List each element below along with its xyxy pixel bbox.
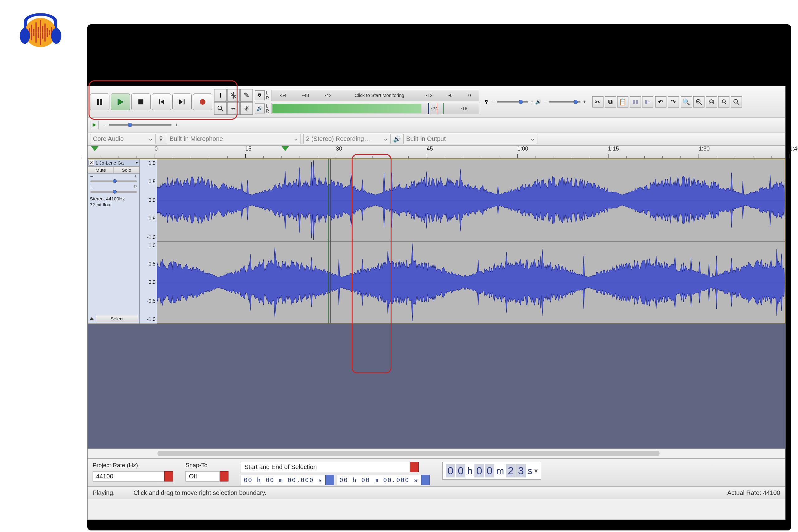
speed-slider[interactable] xyxy=(109,125,171,126)
timeline-ruler[interactable]: 01530451:001:151:301:45 xyxy=(88,146,785,159)
svg-marker-13 xyxy=(232,97,234,99)
meter-lr-label: LR xyxy=(266,103,270,113)
playhead-line xyxy=(328,159,328,323)
selection-mode-select[interactable]: Start and End of Selection xyxy=(241,462,410,472)
zoom-tools: 🔍 xyxy=(681,96,742,108)
track-close-button[interactable]: ✕ xyxy=(89,160,94,166)
audio-host-select[interactable]: Core Audio xyxy=(90,134,155,144)
snap-to-spinner[interactable] xyxy=(220,471,228,481)
audio-position-display[interactable]: 00h 00m 23s ▾ xyxy=(442,462,541,480)
project-rate-label: Project Rate (Hz) xyxy=(93,462,173,469)
track-name[interactable]: 1 Jo-Lene Ga xyxy=(95,160,134,166)
redo-icon[interactable]: ↷ xyxy=(668,96,679,108)
svg-rect-24 xyxy=(709,100,709,104)
speaker-icon[interactable]: 🔊 xyxy=(255,103,265,113)
stop-button[interactable] xyxy=(131,94,151,110)
selection-tool-icon[interactable]: I xyxy=(214,89,227,101)
track-format-info: Stereo, 44100Hz 32-bit float xyxy=(88,195,139,209)
speaker-icon: 🔊 xyxy=(393,135,401,143)
pause-button[interactable] xyxy=(90,94,109,110)
meter-lr-label: LR xyxy=(266,90,270,100)
input-device-select[interactable]: Built-in Microphone xyxy=(167,134,301,144)
svg-point-1 xyxy=(20,28,30,44)
play-at-speed-bar: – + xyxy=(88,117,785,132)
copy-icon[interactable]: ⧉ xyxy=(605,96,616,108)
playback-meter[interactable]: -54-48-42-36-30-24-18 xyxy=(271,103,479,114)
svg-rect-3 xyxy=(97,99,99,105)
selection-end-input[interactable]: 00 h 00 m 00.000 s xyxy=(337,475,421,485)
svg-rect-16 xyxy=(633,100,635,104)
edit-tools: ✂ ⧉ 📋 xyxy=(592,96,653,108)
snap-to-select[interactable]: Off xyxy=(186,471,220,481)
solo-button[interactable]: Solo xyxy=(114,167,140,174)
channels-select[interactable]: 2 (Stereo) Recording… xyxy=(303,134,391,144)
mic-icon[interactable]: 🎙 xyxy=(255,90,265,100)
trim-icon[interactable] xyxy=(630,96,641,108)
device-bar: Core Audio 🎙 Built-in Microphone 2 (Ster… xyxy=(88,132,785,146)
status-state: Playing. xyxy=(93,489,115,496)
multi-tool-icon[interactable]: ✳ xyxy=(240,102,253,115)
zoom-in-icon[interactable]: 🔍 xyxy=(681,96,692,108)
selection-mode-spinner[interactable] xyxy=(410,462,419,472)
track-select-button[interactable]: Select xyxy=(96,315,138,322)
selection-end-spinner[interactable] xyxy=(421,475,430,485)
svg-line-27 xyxy=(725,102,726,104)
svg-point-28 xyxy=(734,99,738,103)
playhead-marker-icon[interactable] xyxy=(282,146,289,151)
track-control-panel: ✕ 1 Jo-Lene Ga ▼ Mute Solo –+ LR Stereo,… xyxy=(88,159,140,323)
record-volume-slider[interactable]: 🎙–+ xyxy=(484,99,533,105)
draw-tool-icon[interactable]: ✎ xyxy=(240,89,253,101)
cut-icon[interactable]: ✂ xyxy=(592,96,604,108)
play-at-speed-button[interactable] xyxy=(90,120,99,129)
play-button[interactable] xyxy=(111,94,130,110)
skip-end-button[interactable] xyxy=(172,94,192,110)
selection-start-input[interactable]: 00 h 00 m 00.000 s xyxy=(241,475,325,485)
svg-rect-25 xyxy=(713,100,714,104)
svg-marker-5 xyxy=(118,99,124,105)
project-rate-spinner[interactable] xyxy=(164,471,173,481)
timeshift-tool-icon[interactable]: ↔ xyxy=(227,102,240,115)
svg-line-22 xyxy=(700,103,702,105)
meters: 🎙 LR -54-48-42 Click to Start Monitoring… xyxy=(255,89,479,115)
svg-rect-17 xyxy=(636,100,638,104)
tools-grid: I ✎ ↔ ✳ xyxy=(214,89,253,115)
record-button[interactable] xyxy=(193,94,212,110)
record-meter[interactable]: -54-48-42 Click to Start Monitoring -12-… xyxy=(271,90,479,101)
collapse-icon[interactable] xyxy=(89,317,94,320)
skip-start-button[interactable] xyxy=(152,94,171,110)
zoom-out-icon[interactable] xyxy=(693,96,704,108)
svg-point-2 xyxy=(51,28,61,44)
zoom-toggle-icon[interactable] xyxy=(731,96,742,108)
pan-slider[interactable] xyxy=(90,191,137,193)
snap-to-label: Snap-To xyxy=(186,462,228,469)
output-device-select[interactable]: Built-in Output xyxy=(403,134,537,144)
start-monitoring-text[interactable]: Click to Start Monitoring xyxy=(355,93,404,98)
mic-icon: 🎙 xyxy=(158,135,164,142)
fit-selection-icon[interactable] xyxy=(706,96,717,108)
waveform-display[interactable] xyxy=(157,159,785,323)
mute-button[interactable]: Mute xyxy=(88,167,114,174)
svg-rect-4 xyxy=(100,99,102,105)
app-window: I ✎ ↔ ✳ 🎙 LR -54-48-42 Click to Start Mo… xyxy=(87,86,785,520)
svg-point-11 xyxy=(200,99,205,105)
status-bar: Playing. Click and drag to move right se… xyxy=(88,487,785,499)
silence-icon[interactable] xyxy=(642,96,653,108)
svg-line-29 xyxy=(737,103,739,105)
selection-start-marker-icon[interactable] xyxy=(91,146,98,151)
svg-point-14 xyxy=(218,106,222,110)
track-menu-icon[interactable]: ▼ xyxy=(135,160,139,165)
horizontal-scrollbar[interactable] xyxy=(88,449,785,458)
fit-project-icon[interactable] xyxy=(718,96,729,108)
status-actual-rate: Actual Rate: 44100 xyxy=(727,489,780,496)
selection-toolbar: Project Rate (Hz) 44100 Snap-To Off Star… xyxy=(88,458,785,487)
svg-marker-9 xyxy=(179,99,183,104)
playback-volume-slider[interactable]: 🔊–+ xyxy=(535,99,586,105)
paste-icon[interactable]: 📋 xyxy=(617,96,628,108)
envelope-tool-icon[interactable] xyxy=(227,89,240,101)
undo-icon[interactable]: ↶ xyxy=(655,96,666,108)
project-rate-input[interactable]: 44100 xyxy=(93,471,164,481)
track-area: ✕ 1 Jo-Lene Ga ▼ Mute Solo –+ LR Stereo,… xyxy=(88,159,785,449)
gain-slider[interactable] xyxy=(90,180,137,182)
zoom-tool-icon[interactable] xyxy=(214,102,227,115)
selection-start-spinner[interactable] xyxy=(325,475,334,485)
